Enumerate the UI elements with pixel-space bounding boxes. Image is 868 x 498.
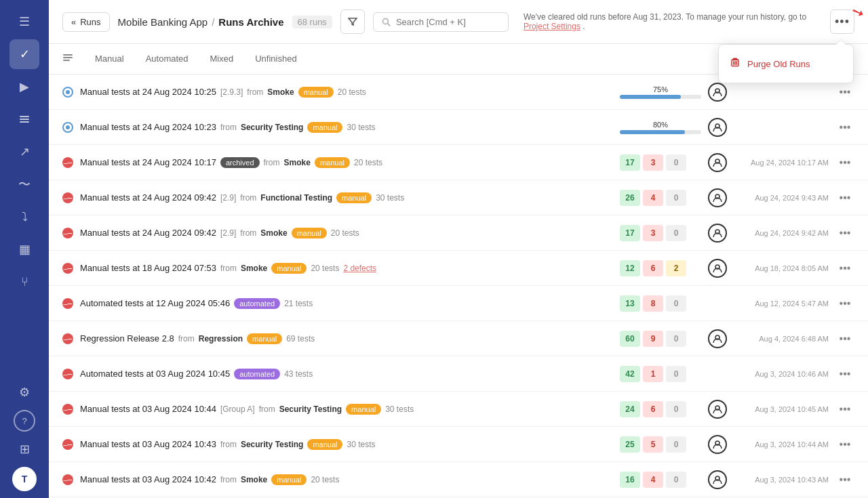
- table-row[interactable]: –Manual tests at 18 Aug 2024 07:53 from …: [49, 251, 868, 286]
- svg-rect-0: [20, 116, 29, 117]
- table-row[interactable]: –Manual tests at 03 Aug 2024 10:42 from …: [49, 462, 868, 497]
- run-avatar: [708, 470, 727, 489]
- run-timestamp: Aug 3, 2024 10:43 AM: [734, 476, 829, 484]
- project-settings-link[interactable]: Project Settings: [524, 22, 580, 31]
- row-more-button[interactable]: •••: [835, 83, 854, 102]
- run-stats: 42 1 0: [620, 366, 701, 382]
- import-icon[interactable]: ⤵: [9, 202, 39, 232]
- run-status-icon: –: [62, 369, 73, 379]
- stat-passed: 42: [620, 366, 640, 382]
- run-avatar: [708, 329, 727, 348]
- svg-rect-2: [20, 121, 29, 123]
- run-type-tag: manual: [346, 404, 381, 415]
- stat-passed: 25: [620, 436, 640, 453]
- table-row[interactable]: Manual tests at 24 Aug 2024 10:23 from S…: [49, 110, 868, 145]
- table-row[interactable]: –Manual tests at 24 Aug 2024 10:17 archi…: [49, 145, 868, 180]
- run-avatar: [708, 83, 727, 102]
- settings-icon[interactable]: ⚙: [9, 377, 39, 407]
- trash-icon: [730, 57, 741, 70]
- row-more-button[interactable]: •••: [835, 329, 854, 348]
- run-avatar: [708, 118, 727, 137]
- list-icon[interactable]: [9, 104, 39, 134]
- trending-icon[interactable]: ↗: [9, 137, 39, 167]
- stat-passed: 12: [620, 260, 640, 276]
- stat-failed: 3: [643, 154, 663, 171]
- filter-button[interactable]: [340, 9, 365, 34]
- run-timestamp: Aug 18, 2024 8:05 AM: [734, 264, 829, 272]
- bar-chart-icon[interactable]: ▦: [9, 234, 39, 264]
- back-arrow-icon: «: [71, 17, 76, 27]
- run-stats: 13 8 0: [620, 295, 701, 312]
- search-input[interactable]: [396, 17, 498, 27]
- run-stats: 24 6 0: [620, 401, 701, 417]
- row-more-button[interactable]: •••: [835, 294, 854, 313]
- run-name: Manual tests at 03 Aug 2024 10:42 from S…: [80, 474, 613, 485]
- more-options-button[interactable]: ••• Purge Old Runs ➘: [830, 9, 854, 34]
- run-name: Automated tests at 03 Aug 2024 10:45 aut…: [80, 369, 613, 379]
- breadcrumb: Mobile Banking App / Runs Archive: [118, 16, 284, 28]
- run-timestamp: Aug 24, 2024 9:43 AM: [734, 194, 829, 202]
- user-avatar[interactable]: T: [12, 467, 37, 491]
- menu-icon[interactable]: ☰: [9, 7, 39, 37]
- run-stats: 17 3 0: [620, 154, 701, 171]
- stat-other: 0: [666, 401, 686, 417]
- tab-manual[interactable]: Manual: [84, 44, 135, 75]
- stat-failed: 9: [643, 331, 663, 347]
- stat-other: 0: [666, 225, 686, 241]
- table-row[interactable]: –Automated tests at 12 Aug 2024 05:46 au…: [49, 286, 868, 321]
- tab-icon: [62, 44, 73, 74]
- tab-mixed[interactable]: Mixed: [199, 44, 245, 75]
- svg-rect-9: [733, 58, 737, 60]
- table-row[interactable]: –Regression Release 2.8 from Regression …: [49, 321, 868, 356]
- table-row[interactable]: –Automated tests at 03 Aug 2024 10:45 au…: [49, 356, 868, 392]
- run-type-tag: manual: [298, 87, 334, 98]
- stat-passed: 26: [620, 190, 640, 206]
- stat-passed: 17: [620, 154, 640, 171]
- tab-unfinished[interactable]: Unfinished: [244, 44, 307, 75]
- purge-old-runs-item[interactable]: Purge Old Runs: [719, 50, 853, 77]
- tab-automated[interactable]: Automated: [135, 44, 199, 75]
- row-more-button[interactable]: •••: [835, 435, 854, 454]
- stat-passed: 60: [620, 331, 640, 347]
- branch-icon[interactable]: ⑂: [9, 267, 39, 297]
- svg-line-4: [387, 23, 390, 26]
- runs-table: Manual tests at 24 Aug 2024 10:25 [2.9.3…: [49, 75, 868, 498]
- back-button[interactable]: « Runs: [62, 12, 110, 32]
- run-type-tag: automated: [234, 298, 280, 309]
- table-row[interactable]: –Manual tests at 24 Aug 2024 09:42 [2.9]…: [49, 180, 868, 215]
- row-more-button[interactable]: •••: [835, 400, 854, 419]
- svg-rect-6: [734, 61, 736, 65]
- row-more-button[interactable]: •••: [835, 259, 854, 278]
- row-more-button[interactable]: •••: [835, 153, 854, 172]
- table-row[interactable]: –Manual tests at 24 Aug 2024 09:42 [2.9]…: [49, 215, 868, 251]
- run-avatar: [708, 400, 727, 419]
- search-box[interactable]: [373, 12, 509, 32]
- help-icon[interactable]: ?: [14, 410, 35, 432]
- run-name: Manual tests at 24 Aug 2024 10:25 [2.9.3…: [80, 87, 613, 98]
- row-more-button[interactable]: •••: [835, 118, 854, 137]
- folder-icon[interactable]: ⊞: [9, 434, 39, 464]
- stat-other: 0: [666, 436, 686, 453]
- breadcrumb-separator: /: [212, 16, 214, 28]
- run-name: Manual tests at 03 Aug 2024 10:43 from S…: [80, 439, 613, 450]
- run-type-tag: manual: [292, 228, 327, 238]
- row-more-button[interactable]: •••: [835, 224, 854, 243]
- play-icon[interactable]: ▶: [9, 72, 39, 102]
- table-row[interactable]: –Manual tests at 03 Aug 2024 10:43 from …: [49, 427, 868, 462]
- table-row[interactable]: –Manual tests at 03 Aug 2024 10:44 [Grou…: [49, 392, 868, 427]
- run-timestamp: Aug 3, 2024 10:45 AM: [734, 405, 829, 413]
- run-name: Automated tests at 12 Aug 2024 05:46 aut…: [80, 298, 613, 309]
- wave-icon[interactable]: 〜: [9, 169, 39, 199]
- stat-other: 0: [666, 154, 686, 171]
- run-status-icon: –: [62, 192, 73, 203]
- check-icon[interactable]: ✓: [9, 39, 39, 69]
- row-more-button[interactable]: •••: [835, 470, 854, 489]
- row-more-button[interactable]: •••: [835, 188, 854, 207]
- row-more-button[interactable]: •••: [835, 365, 854, 383]
- svg-rect-11: [63, 54, 73, 56]
- sidebar: ☰ ✓ ▶ ↗ 〜 ⤵ ▦ ⑂ ⚙ ? ⊞ T: [0, 0, 49, 498]
- run-timestamp: Aug 24, 2024 9:42 AM: [734, 229, 829, 237]
- back-label: Runs: [80, 17, 100, 27]
- run-avatar: [708, 188, 727, 207]
- run-type-tag: manual: [271, 474, 307, 485]
